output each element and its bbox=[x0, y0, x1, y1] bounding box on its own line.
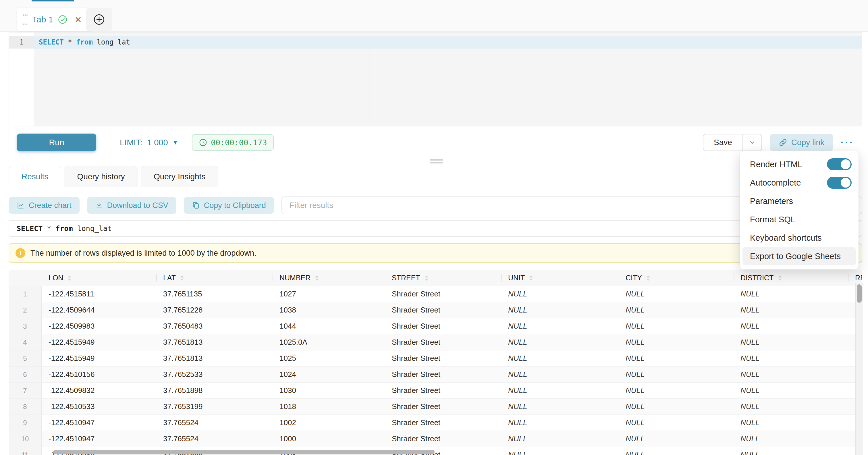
cell: NULL bbox=[734, 431, 848, 447]
cell: NULL bbox=[734, 286, 848, 302]
cell: NULL bbox=[501, 302, 619, 318]
toggle-on-switch[interactable] bbox=[827, 177, 851, 189]
cell: NULL bbox=[501, 383, 619, 398]
table-row[interactable]: 10-122.451094737.7655241000Shrader Stree… bbox=[9, 431, 862, 447]
cell: Shrader Street bbox=[385, 286, 501, 302]
cell: NULL bbox=[734, 415, 848, 431]
cell: NULL bbox=[501, 286, 619, 302]
sql-editor[interactable]: 1 SELECT * from long_lat bbox=[9, 32, 862, 126]
table-row[interactable]: 6-122.451015637.76525331024Shrader Stree… bbox=[9, 367, 862, 383]
timer-value: 00:00:00.173 bbox=[211, 138, 267, 147]
table-row[interactable]: 7-122.450983237.76518981030Shrader Stree… bbox=[9, 383, 862, 399]
cell: NULL bbox=[619, 318, 734, 334]
cell: NULL bbox=[619, 334, 734, 350]
column-header-street[interactable]: STREET bbox=[385, 270, 501, 286]
cell: 1044 bbox=[273, 318, 385, 334]
sort-icon[interactable] bbox=[778, 275, 781, 281]
copy-clipboard-button[interactable]: Copy to Clipboard bbox=[184, 197, 274, 214]
table-row[interactable]: 9-122.451094737.7655241002Shrader Street… bbox=[9, 415, 862, 431]
column-header-lon[interactable]: LON bbox=[42, 270, 156, 286]
row-number: 10 bbox=[9, 431, 42, 447]
close-tab-icon[interactable]: ✕ bbox=[74, 14, 82, 25]
menu-item-parameters[interactable]: Parameters bbox=[740, 192, 859, 210]
results-tab-row: ResultsQuery historyQuery Insights bbox=[9, 166, 862, 187]
cell: NULL bbox=[501, 447, 619, 455]
menu-item-autocomplete[interactable]: Autocomplete bbox=[740, 174, 859, 192]
add-tab-button[interactable] bbox=[86, 8, 112, 31]
cell: -122.4510156 bbox=[42, 367, 156, 382]
more-options-button[interactable]: ··· bbox=[840, 136, 854, 149]
results-tab-query-history[interactable]: Query history bbox=[64, 166, 138, 187]
vertical-scrollbar-thumb[interactable] bbox=[857, 284, 862, 303]
table-row[interactable]: 1-122.451581137.76511351027Shrader Stree… bbox=[9, 286, 862, 302]
table-row[interactable]: 8-122.451053337.76531991018Shrader Stree… bbox=[9, 399, 862, 415]
cell: NULL bbox=[734, 351, 848, 366]
column-header-district[interactable]: DISTRICT bbox=[734, 270, 848, 286]
column-header-city[interactable]: CITY bbox=[619, 270, 734, 286]
save-split-button: Save bbox=[703, 134, 762, 151]
copy-clipboard-label: Copy to Clipboard bbox=[204, 201, 266, 210]
cell: NULL bbox=[734, 318, 848, 334]
cell: -122.4509983 bbox=[42, 318, 156, 334]
cell: NULL bbox=[619, 351, 734, 366]
cell: NULL bbox=[619, 383, 734, 398]
cell: NULL bbox=[734, 302, 848, 318]
table-row[interactable]: 4-122.451594937.76518131025.0AShrader St… bbox=[9, 334, 862, 351]
toggle-on-switch[interactable] bbox=[827, 158, 851, 170]
cell: 1002 bbox=[273, 415, 385, 431]
results-table: LONLATNUMBERSTREETUNITCITYDISTRICTRE 1-1… bbox=[9, 270, 862, 455]
vertical-scrollbar-track[interactable] bbox=[855, 283, 863, 455]
table-row[interactable]: 2-122.450964437.76512281038Shrader Stree… bbox=[9, 302, 862, 318]
column-header-unit[interactable]: UNIT bbox=[501, 270, 619, 286]
sort-icon[interactable] bbox=[68, 275, 71, 281]
sort-icon[interactable] bbox=[180, 275, 184, 281]
chart-icon bbox=[17, 201, 25, 209]
query-success-icon bbox=[58, 14, 67, 24]
limit-dropdown[interactable]: LIMIT: 1 000 ▼ bbox=[120, 138, 178, 147]
download-csv-label: Download to CSV bbox=[107, 201, 168, 210]
menu-item-keyboard-shortcuts[interactable]: Keyboard shortcuts bbox=[740, 229, 859, 247]
menu-item-format-sql[interactable]: Format SQL bbox=[740, 210, 859, 229]
cell: 1038 bbox=[273, 302, 385, 318]
tab-1[interactable]: Tab 1 ✕ bbox=[17, 8, 92, 31]
menu-item-render-html[interactable]: Render HTML bbox=[740, 155, 859, 174]
cell: -122.4509832 bbox=[42, 383, 156, 398]
download-icon bbox=[95, 201, 103, 209]
sort-icon[interactable] bbox=[425, 275, 428, 281]
cell: NULL bbox=[501, 318, 619, 334]
cell: -122.4510533 bbox=[42, 399, 156, 415]
table-row[interactable]: 5-122.451594937.76518131025Shrader Stree… bbox=[9, 351, 862, 367]
sort-icon[interactable] bbox=[315, 275, 318, 281]
menu-item-label: Keyboard shortcuts bbox=[750, 233, 822, 243]
tab-bar: Tab 1 ✕ bbox=[0, 0, 868, 32]
save-options-button[interactable] bbox=[742, 134, 762, 151]
horizontal-scrollbar[interactable] bbox=[53, 450, 435, 454]
cell: Shrader Street bbox=[385, 383, 501, 398]
cell: 1025.0A bbox=[273, 334, 385, 350]
download-csv-button[interactable]: Download to CSV bbox=[87, 197, 176, 214]
sort-icon[interactable] bbox=[529, 275, 533, 281]
cell: NULL bbox=[501, 399, 619, 415]
warning-text: The number of rows displayed is limited … bbox=[30, 249, 256, 257]
run-button[interactable]: Run bbox=[17, 133, 96, 151]
cell: 37.7651135 bbox=[156, 286, 273, 302]
copy-link-button[interactable]: Copy link bbox=[770, 134, 833, 151]
cell: 1024 bbox=[273, 367, 385, 382]
cell: 1030 bbox=[273, 383, 385, 398]
sort-icon[interactable] bbox=[647, 275, 650, 281]
cell: 37.7651228 bbox=[156, 302, 273, 318]
save-button[interactable]: Save bbox=[704, 134, 742, 151]
create-chart-button[interactable]: Create chart bbox=[9, 197, 80, 214]
cell: NULL bbox=[619, 367, 734, 382]
cell: Shrader Street bbox=[385, 367, 501, 382]
pane-resize-handle[interactable] bbox=[430, 159, 443, 165]
menu-item-export-to-google-sheets[interactable]: Export to Google Sheets bbox=[742, 247, 856, 266]
column-header-number[interactable]: NUMBER bbox=[273, 270, 385, 286]
column-header-lat[interactable]: LAT bbox=[156, 270, 273, 286]
editor-pane-divider[interactable] bbox=[369, 49, 369, 126]
results-tab-query-insights[interactable]: Query Insights bbox=[141, 166, 219, 187]
cell: Shrader Street bbox=[385, 431, 501, 447]
results-tab-results[interactable]: Results bbox=[9, 166, 61, 187]
table-row[interactable]: 3-122.450998337.76504831044Shrader Stree… bbox=[9, 318, 862, 334]
drag-handle-icon[interactable] bbox=[23, 14, 28, 25]
